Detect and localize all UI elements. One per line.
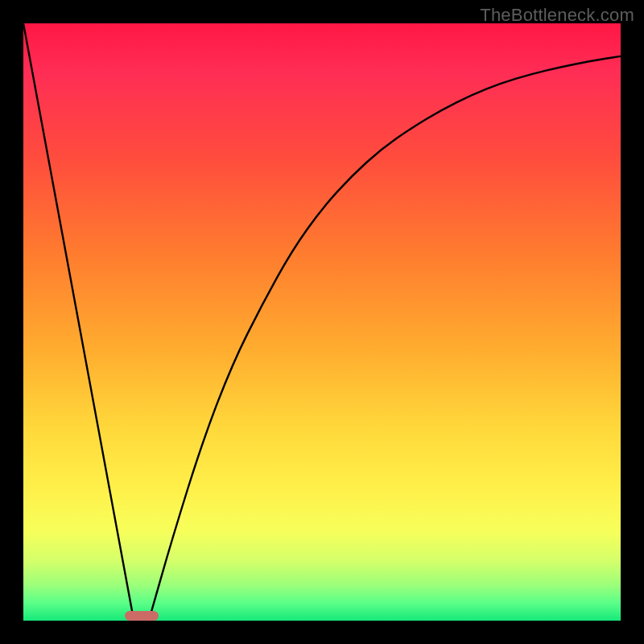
bottleneck-marker <box>125 611 159 621</box>
curve-layer <box>23 23 621 621</box>
plot-area <box>23 23 621 621</box>
chart-frame: TheBottleneck.com <box>0 0 644 644</box>
bottleneck-curve <box>23 23 621 621</box>
